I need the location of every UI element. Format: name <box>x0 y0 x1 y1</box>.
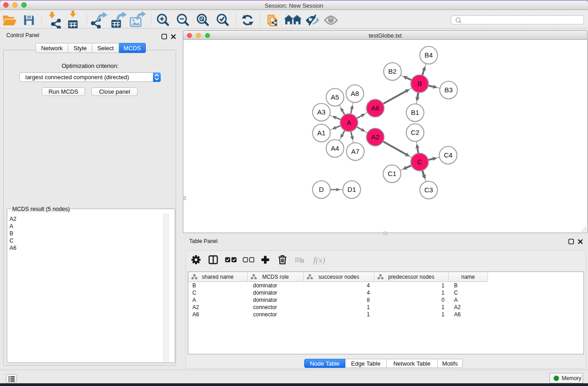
svg-text:D1: D1 <box>347 186 356 193</box>
svg-text:C3: C3 <box>424 186 433 194</box>
svg-text:A5: A5 <box>331 93 339 101</box>
svg-text:C2: C2 <box>411 129 419 136</box>
svg-text:C1: C1 <box>387 170 396 177</box>
svg-text:B1: B1 <box>411 109 419 116</box>
svg-text:A7: A7 <box>351 148 359 155</box>
svg-text:B4: B4 <box>425 51 433 59</box>
svg-text:C: C <box>417 158 422 166</box>
svg-text:B: B <box>417 80 422 87</box>
svg-text:A1: A1 <box>317 129 325 137</box>
svg-text:A8: A8 <box>351 90 359 97</box>
svg-text:A2: A2 <box>371 133 379 141</box>
svg-text:A: A <box>347 119 351 126</box>
svg-text:B3: B3 <box>445 86 453 94</box>
svg-text:A6: A6 <box>371 104 379 112</box>
svg-text:A3: A3 <box>317 108 325 116</box>
svg-text:D: D <box>319 186 324 193</box>
svg-text:A4: A4 <box>331 144 339 152</box>
svg-text:C4: C4 <box>444 151 452 159</box>
svg-text:Memory: Memory <box>562 375 581 381</box>
svg-text:B2: B2 <box>388 67 397 75</box>
svg-text:f(x): f(x) <box>313 255 325 265</box>
